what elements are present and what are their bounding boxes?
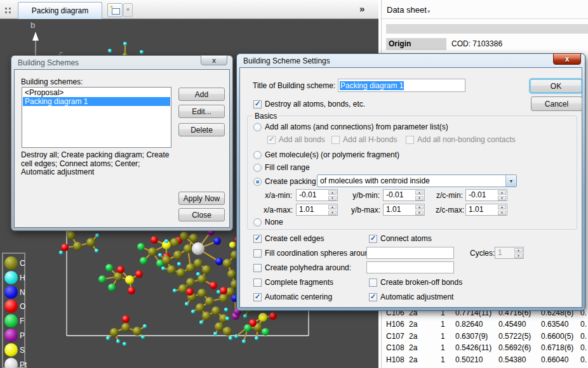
ok-button[interactable]: OK (530, 79, 582, 93)
checkbox-icon (369, 279, 377, 287)
checkbox-label: Destroy all atoms, bonds, etc. (265, 100, 365, 108)
origin-label: Origin (386, 38, 446, 50)
spin-up-icon: ▲ (498, 205, 506, 209)
legend-item: P (4, 329, 25, 342)
atom-table-row[interactable]: C1092a10.5175(10)0.6012(5)0.6981(5)0. (386, 365, 588, 368)
apply-now-button[interactable]: Apply Now (178, 192, 225, 205)
close-icon[interactable]: x (553, 53, 581, 65)
element-sphere (4, 358, 18, 368)
yb-max-spinner[interactable]: 1.01▲▼ (383, 204, 425, 216)
fill-coordination-input[interactable] (366, 247, 454, 259)
element-sphere (4, 343, 18, 357)
xa-max-spinner[interactable]: 1.01▲▼ (296, 204, 338, 216)
zc-max-spinner[interactable]: 1.01▲▼ (465, 204, 507, 216)
edit-button[interactable]: Edit... (178, 105, 225, 118)
checkbox-create-cell-edges[interactable]: Create cell edges (253, 234, 324, 243)
atom-table-row[interactable]: H1082a10.502100.543800.660400. (386, 354, 588, 365)
element-sphere (4, 256, 18, 270)
selected-text: Packing diagram 1 (340, 81, 404, 90)
spin-down-icon: ▼ (498, 211, 506, 215)
checkbox-icon (253, 279, 262, 287)
atom-table-row[interactable]: C1082a10.5426(11)0.5692(6)0.6718(6)0. (386, 342, 588, 353)
checkbox-automatic-centering[interactable]: Automatic centering (253, 292, 332, 301)
create-polyhedra-input[interactable] (366, 261, 454, 273)
radio-label: Create packing (265, 177, 316, 186)
checkbox-fill-coordination-spheres[interactable]: Fill coordination spheres around: (253, 249, 375, 258)
checkbox-label: Fill coordination spheres around: (265, 249, 375, 258)
atom-table-row[interactable]: H1062a10.826400.454900.635400. (386, 319, 588, 330)
legend-item: S (4, 343, 25, 357)
building-schemes-titlebar[interactable]: Building Schemes (11, 56, 232, 69)
radio-none[interactable]: None (253, 218, 283, 227)
add-button[interactable]: Add (178, 88, 225, 101)
checkbox-label: Complete fragments (265, 278, 333, 287)
legend-item: Pt (4, 358, 27, 368)
tab-overflow-chevron[interactable]: » (359, 3, 364, 14)
list-item-packing-diagram-1[interactable]: Packing diagram 1 (23, 97, 170, 106)
spin-down-icon: ▼ (415, 211, 424, 215)
dialog-title: Building Scheme Settings (243, 56, 330, 65)
scheme-title-input[interactable]: Packing diagram 1 (338, 79, 465, 92)
dialog-title: Building Schemes (18, 58, 79, 67)
range-label: z/c-min: (436, 191, 463, 200)
legend-item: C (4, 256, 25, 270)
new-tab-button[interactable]: ✦ (107, 3, 123, 17)
axis-b-label: b (30, 20, 35, 30)
list-item-proposal[interactable]: <Proposal> (23, 88, 170, 97)
checkbox-create-broken-off-bonds[interactable]: Create broken-off bonds (369, 278, 462, 287)
scheme-description: Destroy all; Create packing diagram; Cre… (21, 151, 175, 177)
xa-min-spinner[interactable]: -0.01▲▼ (296, 189, 338, 201)
radio-label: None (265, 218, 283, 227)
element-sphere (4, 299, 18, 313)
radio-label: Fill cell range (265, 163, 310, 172)
radio-get-molecules[interactable]: Get molecule(s) (or polymeric fragment) (253, 150, 399, 159)
close-button[interactable]: Close (178, 208, 225, 221)
element-legend: C H N O F P S Pt (2, 253, 25, 368)
cancel-button[interactable]: Cancel (531, 96, 582, 111)
new-tab-dropdown[interactable]: ▼ (123, 3, 133, 17)
spin-down-icon: ▼ (498, 196, 506, 200)
range-label: z/c-max: (436, 206, 463, 214)
element-symbol: S (20, 346, 25, 355)
cycles-spinner[interactable]: 1▲▼ (495, 247, 524, 259)
checkbox-label: Automatic centering (265, 292, 332, 301)
radio-icon (253, 164, 262, 172)
zc-min-spinner[interactable]: -0.01▲▼ (465, 189, 507, 201)
atom-table-row[interactable]: C1072a10.6307(9)0.5722(5)0.6600(5)0. (386, 331, 588, 342)
sparkle-icon: ✦ (109, 4, 114, 10)
radio-icon (253, 218, 262, 227)
spin-down-icon: ▼ (415, 196, 424, 200)
checkbox-icon (253, 235, 262, 243)
data-sheet-menu-icon[interactable]: ▾ (427, 8, 431, 15)
checkbox-add-all-bonds[interactable]: Add all bonds (267, 135, 325, 144)
packing-mode-select[interactable]: of molecules with centroid inside ▼ (317, 174, 517, 187)
radio-fill-cell-range[interactable]: Fill cell range (253, 163, 310, 172)
radio-create-packing[interactable]: Create packing (253, 177, 316, 186)
checkbox-automatic-adjustment[interactable]: Automatic adjustment (369, 292, 453, 301)
close-icon[interactable]: x (201, 55, 227, 65)
schemes-listbox[interactable]: <Proposal> Packing diagram 1 (22, 87, 171, 148)
yb-min-spinner[interactable]: -0.01▲▼ (383, 189, 425, 201)
title-field-label: Title of Building scheme: (253, 81, 335, 90)
checkbox-icon (253, 100, 262, 108)
checkbox-add-all-hbonds[interactable]: Add all H-bonds (331, 135, 397, 144)
checkbox-icon (253, 293, 262, 301)
range-label: y/b-min: (351, 191, 380, 200)
checkbox-label: Connect atoms (380, 234, 432, 243)
checkbox-destroy-all[interactable]: Destroy all atoms, bonds, etc. (253, 100, 365, 108)
legend-item: O (4, 299, 25, 313)
spin-up-icon: ▲ (514, 248, 523, 253)
checkbox-add-nonbonding-contacts[interactable]: Add all non-bonding contacts (406, 135, 516, 144)
element-symbol: H (20, 273, 25, 282)
building-schemes-dialog: Building Schemes x Building schemes: <Pr… (11, 55, 233, 231)
checkbox-complete-fragments[interactable]: Complete fragments (253, 278, 333, 287)
checkbox-create-polyhedra[interactable]: Create polyhedra around: (253, 263, 351, 272)
radio-add-all-atoms[interactable]: Add all atoms (and connections) from par… (253, 122, 448, 131)
legend-item: F (4, 314, 24, 327)
dock-grip-icon[interactable] (5, 8, 13, 15)
settings-titlebar[interactable]: Building Scheme Settings (237, 54, 585, 67)
checkbox-icon (369, 293, 377, 301)
delete-button[interactable]: Delete (178, 123, 225, 136)
checkbox-connect-atoms[interactable]: Connect atoms (369, 234, 432, 243)
tab-packing-diagram[interactable]: Packing diagram (18, 2, 102, 19)
